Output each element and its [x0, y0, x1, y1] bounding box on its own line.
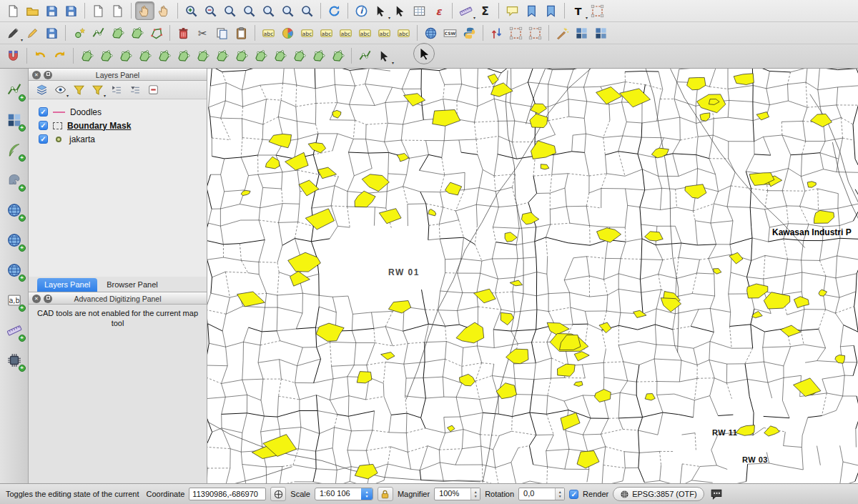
combo-arrows-icon[interactable]: ▲▼ [361, 488, 373, 500]
composer-manager-button[interactable] [108, 1, 127, 20]
split-features-button[interactable] [251, 46, 270, 65]
manage-layer-visibility-button[interactable]: ▾ [52, 82, 69, 98]
add-postgis-layer-button[interactable]: + [4, 170, 24, 190]
float-panel-icon[interactable] [44, 295, 52, 303]
digitizing-dropdown-button[interactable]: ▾ [375, 46, 394, 65]
rotate-label-button[interactable] [375, 24, 394, 42]
zoom-to-layer-button[interactable] [259, 1, 278, 20]
rotation-spinner[interactable]: 0,0 ▲▼ [518, 488, 565, 500]
simplify-feature-button[interactable] [97, 46, 116, 65]
magnifier-spinner[interactable]: 100% ▲▼ [434, 488, 480, 500]
add-virtual-layer-button[interactable]: ▾+ [4, 350, 24, 370]
delete-selected-button[interactable] [174, 24, 193, 42]
rotate-feature-button[interactable] [77, 46, 97, 65]
pan-map-button[interactable] [135, 1, 154, 20]
toggle-editing-button[interactable] [23, 24, 42, 42]
redo-button[interactable] [50, 46, 69, 65]
change-label-button[interactable] [394, 24, 413, 42]
fill-ring-button[interactable] [154, 46, 174, 65]
open-attribute-table-button[interactable] [410, 1, 429, 20]
cut-features-button[interactable] [193, 24, 212, 42]
rotate-point-symbols-button[interactable] [328, 46, 347, 65]
float-panel-icon[interactable] [44, 71, 52, 79]
statistical-summary-button[interactable] [475, 1, 495, 20]
deselect-all-button[interactable] [390, 1, 410, 20]
scale-combo[interactable]: 1:60 106 ▲▼ [315, 488, 373, 500]
zoom-full-extent-button[interactable] [220, 1, 240, 20]
undo-button[interactable] [31, 46, 50, 65]
scale-lock-button[interactable] [378, 487, 393, 501]
layer-item-boundary-mask[interactable]: ✓Boundary Mask [39, 119, 207, 132]
composer-frame-button[interactable] [526, 24, 545, 42]
tab-browser-panel[interactable]: Browser Panel [99, 278, 165, 292]
layer-visibility-checkbox[interactable]: ✓ [39, 107, 48, 117]
copy-features-button[interactable] [212, 24, 232, 42]
layer-label[interactable]: jakarta [69, 134, 95, 144]
highlight-pinned-labels-button[interactable] [297, 24, 317, 42]
current-edits-button[interactable]: ▾ [4, 24, 23, 42]
add-wms-layer-button[interactable]: ▾+ [4, 200, 24, 220]
new-shapefile-layer-button[interactable]: ▾+ [4, 320, 24, 340]
measure-line-button[interactable]: ▾ [456, 1, 475, 20]
open-project-button[interactable] [23, 1, 42, 20]
add-raster-layer-button[interactable]: + [4, 110, 24, 130]
refresh-map-button[interactable] [325, 1, 344, 20]
move-feature-button[interactable] [127, 24, 147, 42]
enable-snapping-button[interactable] [4, 46, 23, 65]
text-annotation-button[interactable]: ▾ [568, 1, 588, 20]
mouse-position-button[interactable] [270, 487, 286, 501]
new-bookmark-button[interactable] [522, 1, 541, 20]
layer-labeling-options-button[interactable] [259, 24, 278, 42]
stepper-arrows-icon[interactable]: ▲▼ [555, 488, 564, 500]
add-feature-line-button[interactable] [89, 24, 108, 42]
offset-point-symbols-button[interactable] [487, 24, 506, 42]
split-parts-button[interactable] [270, 46, 290, 65]
collapse-all-button[interactable] [127, 82, 143, 98]
coordinate-input[interactable] [189, 488, 266, 500]
stepper-arrows-icon[interactable]: ▲▼ [470, 488, 480, 500]
metasearch-button[interactable] [421, 24, 440, 42]
csw-catalog-button[interactable] [440, 24, 460, 42]
add-vector-layer-button[interactable]: + [4, 80, 24, 100]
zoom-next-button[interactable] [297, 1, 317, 20]
georeferencer-button[interactable] [591, 24, 611, 42]
tab-layers-panel[interactable]: Layers Panel [37, 278, 97, 292]
add-spatialite-layer-button[interactable]: + [4, 140, 24, 160]
tracing-options-button[interactable] [355, 46, 375, 65]
offset-curve-button[interactable] [232, 46, 251, 65]
add-group-button[interactable] [34, 82, 50, 98]
layer-item-doodles[interactable]: ✓Doodles [39, 105, 207, 119]
save-layer-edits-button[interactable] [42, 24, 61, 42]
identify-features-button[interactable] [352, 1, 371, 20]
delete-part-button[interactable] [193, 46, 212, 65]
node-tool-button[interactable] [147, 24, 166, 42]
show-bookmarks-button[interactable] [541, 1, 561, 20]
raster-tools-button[interactable] [572, 24, 591, 42]
messages-button[interactable] [709, 487, 724, 501]
new-project-button[interactable] [4, 1, 23, 20]
magic-wand-tool-button[interactable] [553, 24, 572, 42]
zoom-last-button[interactable] [278, 1, 297, 20]
merge-attributes-button[interactable] [309, 46, 328, 65]
layer-label[interactable]: Doodles [70, 107, 102, 117]
close-panel-icon[interactable]: ✕ [32, 295, 41, 303]
form-annotation-button[interactable] [588, 1, 607, 20]
show-hide-labels-button[interactable] [336, 24, 355, 42]
close-panel-icon[interactable]: ✕ [32, 71, 41, 79]
layer-label[interactable]: Boundary Mask [67, 121, 131, 131]
add-feature-polygon-button[interactable] [108, 24, 127, 42]
add-wcs-layer-button[interactable]: + [4, 230, 24, 250]
zoom-to-selection-button[interactable] [240, 1, 259, 20]
add-feature-point-button[interactable] [69, 24, 89, 42]
annotation-frame-button[interactable] [506, 24, 526, 42]
render-checkbox[interactable]: ✓ [569, 490, 578, 499]
pin-unpin-labels-button[interactable] [317, 24, 336, 42]
save-project-as-button[interactable] [61, 1, 81, 20]
map-tips-button[interactable] [503, 1, 522, 20]
delete-ring-button[interactable] [174, 46, 193, 65]
map-canvas[interactable]: RW 01RW 11RW 03Kawasan Industri P [207, 69, 858, 483]
filter-by-expression-button[interactable]: ▾ [89, 82, 106, 98]
add-delimited-text-layer-button[interactable]: ▾+ [4, 290, 24, 310]
expand-all-button[interactable] [108, 82, 124, 98]
merge-selected-features-button[interactable] [290, 46, 309, 65]
